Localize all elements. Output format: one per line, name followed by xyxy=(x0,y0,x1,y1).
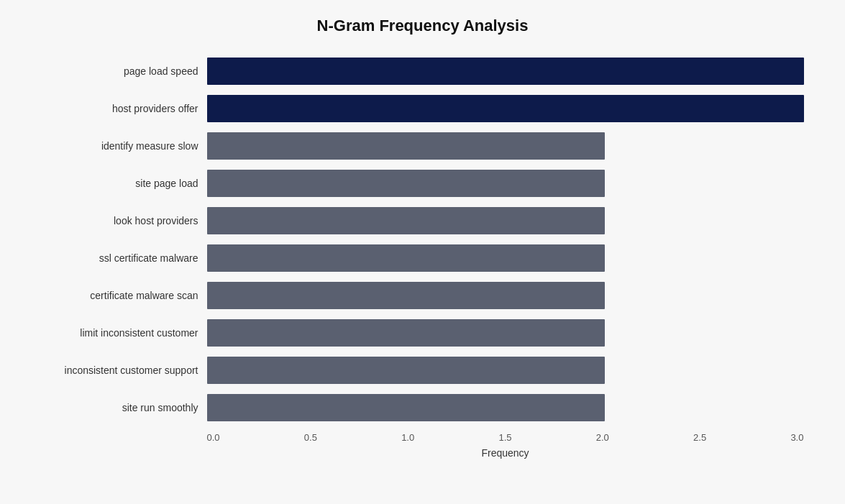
bar-fill xyxy=(207,244,605,272)
bar-label: limit inconsistent customer xyxy=(42,327,207,339)
x-tick: 2.0 xyxy=(596,432,609,443)
bar-fill xyxy=(207,207,605,234)
chart-area: page load speedhost providers offerident… xyxy=(42,52,804,426)
bar-row: identify measure slow xyxy=(42,127,804,165)
x-axis-area: 0.00.51.01.52.02.53.0 Frequency xyxy=(207,432,804,459)
bar-row: look host providers xyxy=(42,202,804,239)
bar-track xyxy=(207,319,804,347)
bar-fill xyxy=(207,95,804,122)
bar-label: identify measure slow xyxy=(42,140,207,152)
bar-label: site page load xyxy=(42,178,207,189)
bar-row: site run smoothly xyxy=(42,389,804,426)
bar-fill xyxy=(207,58,804,85)
bar-track xyxy=(207,207,804,234)
bar-row: ssl certificate malware xyxy=(42,239,804,277)
bar-fill xyxy=(207,357,605,384)
bar-label: ssl certificate malware xyxy=(42,252,207,264)
x-tick: 2.5 xyxy=(693,432,706,443)
bar-row: certificate malware scan xyxy=(42,277,804,314)
bar-row: inconsistent customer support xyxy=(42,352,804,389)
bar-fill xyxy=(207,394,605,421)
chart-title: N-Gram Frequency Analysis xyxy=(42,17,804,35)
x-tick: 1.5 xyxy=(498,432,511,443)
x-axis-label: Frequency xyxy=(207,447,804,459)
x-tick: 1.0 xyxy=(401,432,414,443)
bar-track xyxy=(207,244,804,272)
chart-container: N-Gram Frequency Analysis page load spee… xyxy=(27,2,818,502)
bar-row: limit inconsistent customer xyxy=(42,314,804,352)
bar-fill xyxy=(207,132,605,160)
x-axis-ticks: 0.00.51.01.52.02.53.0 xyxy=(207,432,804,443)
bar-label: inconsistent customer support xyxy=(42,365,207,376)
bar-row: host providers offer xyxy=(42,90,804,127)
bar-track xyxy=(207,132,804,160)
bar-row: site page load xyxy=(42,165,804,202)
x-tick: 3.0 xyxy=(790,432,803,443)
bar-track xyxy=(207,95,804,122)
bar-row: page load speed xyxy=(42,52,804,90)
bar-track xyxy=(207,357,804,384)
bar-fill xyxy=(207,170,605,197)
bar-label: look host providers xyxy=(42,215,207,226)
bar-track xyxy=(207,58,804,85)
bar-track xyxy=(207,394,804,421)
x-tick: 0.0 xyxy=(207,432,220,443)
bar-label: certificate malware scan xyxy=(42,290,207,301)
x-tick: 0.5 xyxy=(304,432,317,443)
bar-fill xyxy=(207,319,605,347)
bar-track xyxy=(207,282,804,309)
bar-label: site run smoothly xyxy=(42,402,207,413)
bar-track xyxy=(207,170,804,197)
bar-label: host providers offer xyxy=(42,103,207,114)
bar-label: page load speed xyxy=(42,65,207,77)
bar-fill xyxy=(207,282,605,309)
